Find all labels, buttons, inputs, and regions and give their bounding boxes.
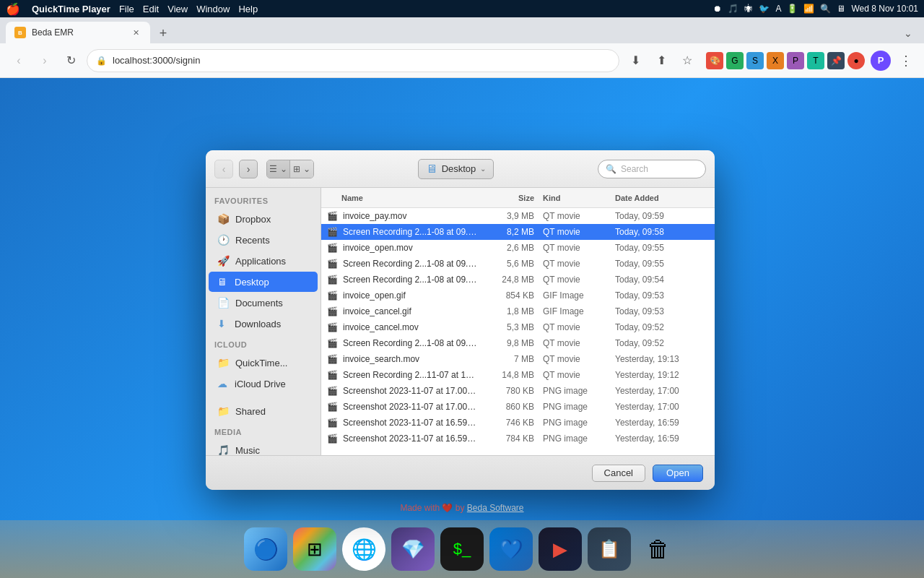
extension-icon1: 🕷 <box>744 4 753 14</box>
menubar-window[interactable]: Window <box>196 4 230 14</box>
file-row[interactable]: 🎬 invoice_open.mov 2,6 MB QT movie Today… <box>321 240 715 256</box>
dialog-file-list[interactable]: Name Size Kind Date Added 🎬 invoice_pay.… <box>321 188 715 455</box>
page-background: password Log in Made with ❤️ by Beda Sof… <box>0 78 924 578</box>
file-row[interactable]: 🎬 Screenshot 2023-11-07 at 17.00.28 780 … <box>321 383 715 399</box>
dock-item-quicktime[interactable]: ▶ <box>539 527 582 571</box>
address-input[interactable]: 🔒 localhost:3000/signin <box>87 49 619 72</box>
forward-button[interactable]: › <box>35 51 55 71</box>
menubar-edit[interactable]: Edit <box>143 4 159 14</box>
file-row[interactable]: 🎬 invoice_cancel.gif 1,8 MB GIF Image To… <box>321 303 715 319</box>
ext-icon-2[interactable]: G <box>726 52 744 69</box>
menubar-help[interactable]: Help <box>238 4 258 14</box>
dock-item-trash[interactable]: 🗑 <box>637 527 680 571</box>
sidebar-item-recents[interactable]: 🕐 Recents <box>209 230 318 250</box>
lock-icon: 🔒 <box>96 56 107 66</box>
search-placeholder: Search <box>621 164 648 174</box>
control-center-icon[interactable]: 🖥 <box>837 4 845 14</box>
location-chevron-icon: ⌄ <box>480 165 486 173</box>
ext-icon-8[interactable]: ● <box>847 52 865 69</box>
dock-item-launchpad[interactable]: ⊞ <box>293 527 336 571</box>
dialog-back-button[interactable]: ‹ <box>214 160 233 178</box>
chrome-icon: 🌐 <box>352 538 377 561</box>
sidebar-item-icloud-drive[interactable]: ☁ iCloud Drive <box>209 374 318 394</box>
dialog-forward-button[interactable]: › <box>239 160 258 178</box>
ext-icon-7[interactable]: 📌 <box>827 52 845 69</box>
ext-icon-3[interactable]: S <box>746 52 764 69</box>
dock-item-vscode[interactable]: 💙 <box>489 527 533 571</box>
file-row[interactable]: 🎬 Screen Recording 2...1-08 at 09.55.28.… <box>321 256 715 272</box>
share-button[interactable]: ⬆ <box>651 51 671 71</box>
company-link[interactable]: Beda Software <box>467 503 524 513</box>
ext-icon-1[interactable]: 🎨 <box>706 52 723 69</box>
bookmark-button[interactable]: ☆ <box>677 51 697 71</box>
file-row[interactable]: 🎬 Screenshot 2023-11-07 at 16.59.28 784 … <box>321 431 715 447</box>
sidebar-item-desktop[interactable]: 🖥 Desktop <box>209 272 318 292</box>
file-name: Screen Recording 2...1-08 at 09.51.55.mo… <box>343 338 478 348</box>
sidebar-item-documents[interactable]: 📄 Documents <box>209 293 318 313</box>
file-row[interactable]: 🎬 invoice_pay.mov 3,9 MB QT movie Today,… <box>321 208 715 224</box>
new-tab-button[interactable]: + <box>153 23 173 43</box>
file-size: 746 KB <box>478 418 543 428</box>
sidebar-item-downloads[interactable]: ⬇ Downloads <box>209 314 318 334</box>
menubar-app-name[interactable]: QuickTime Player <box>32 4 110 14</box>
datetime: Wed 8 Nov 10:01 <box>851 4 918 14</box>
vscode-icon: 💙 <box>500 538 523 561</box>
back-button[interactable]: ‹ <box>9 51 29 71</box>
tab-close-button[interactable]: ✕ <box>130 27 141 38</box>
dock-item-chrome[interactable]: 🌐 <box>342 527 385 571</box>
spotlight-icon[interactable]: 🔍 <box>820 4 831 14</box>
menubar-view[interactable]: View <box>167 4 188 14</box>
ext-icon-6[interactable]: T <box>807 52 824 69</box>
sidebar-item-music[interactable]: 🎵 Music <box>209 440 318 455</box>
dock-item-tasklog[interactable]: 📋 <box>588 527 631 571</box>
dock-item-obsidian[interactable]: 💎 <box>391 527 435 571</box>
file-row[interactable]: 🎬 invoice_open.gif 854 KB GIF Image Toda… <box>321 288 715 303</box>
open-button[interactable]: Open <box>653 465 703 482</box>
file-row[interactable]: 🎬 Screen Recording 2...1-08 at 09.51.55.… <box>321 335 715 351</box>
sidebar-label-documents: Documents <box>235 298 283 309</box>
file-kind: QT movie <box>543 370 615 380</box>
ext-icon-5[interactable]: P <box>787 52 804 69</box>
file-size: 8,2 MB <box>478 227 543 237</box>
media-label: Media <box>206 428 321 439</box>
address-text: localhost:3000/signin <box>113 55 610 66</box>
downloads-icon: ⬇ <box>217 318 229 329</box>
file-row[interactable]: 🎬 Screen Recording 2...11-07 at 19.12.32… <box>321 367 715 383</box>
refresh-button[interactable]: ↻ <box>61 51 81 71</box>
profile-button[interactable]: P <box>871 51 891 71</box>
file-size: 7 MB <box>478 354 543 364</box>
file-type-icon: 🎬 <box>327 211 339 221</box>
menubar-file[interactable]: File <box>119 4 134 14</box>
dock-item-terminal[interactable]: $_ <box>440 527 484 571</box>
tab-title: Beda EMR <box>32 27 124 38</box>
tab-menu-button[interactable]: ⌄ <box>898 23 918 43</box>
record-icon: ⏺ <box>713 4 722 14</box>
dock-item-finder[interactable]: 🔵 <box>244 527 287 571</box>
file-open-dialog: ‹ › ☰ ⌄ ⊞ ⌄ 🖥 Desktop ⌄ 🔍 Search <box>206 150 715 490</box>
file-type-icon: 🎬 <box>327 386 339 396</box>
ext-icon-4[interactable]: X <box>767 52 784 69</box>
location-button[interactable]: 🖥 Desktop ⌄ <box>418 159 494 179</box>
file-kind: PNG image <box>543 434 615 444</box>
cancel-button[interactable]: Cancel <box>592 465 645 482</box>
sidebar-item-shared[interactable]: 📁 Shared <box>209 401 318 421</box>
download-button[interactable]: ⬇ <box>625 51 645 71</box>
file-row[interactable]: 🎬 Screenshot 2023-11-07 at 16.59.50 746 … <box>321 415 715 431</box>
grid-view-button[interactable]: ⊞ ⌄ <box>290 160 313 178</box>
file-row[interactable]: 🎬 Screenshot 2023-11-07 at 17.00.09 860 … <box>321 399 715 415</box>
list-view-button[interactable]: ☰ ⌄ <box>267 160 290 178</box>
file-row[interactable]: 🎬 Screen Recording 2...1-08 at 09.54.39.… <box>321 272 715 288</box>
file-row[interactable]: 🎬 invoice_search.mov 7 MB QT movie Yeste… <box>321 351 715 367</box>
file-type-icon: 🎬 <box>327 418 339 428</box>
file-size: 2,6 MB <box>478 243 543 253</box>
browser-menu-button[interactable]: ⋮ <box>897 50 915 72</box>
sidebar-item-quicktime[interactable]: 📁 QuickTime... <box>209 353 318 373</box>
browser-tab[interactable]: B Beda EMR ✕ <box>6 22 150 43</box>
file-row[interactable]: 🎬 invoice_cancel.mov 5,3 MB QT movie Tod… <box>321 319 715 335</box>
sidebar-item-dropbox[interactable]: 📦 Dropbox <box>209 209 318 229</box>
file-date: Today, 09:55 <box>615 259 709 269</box>
search-box[interactable]: 🔍 Search <box>598 160 706 178</box>
apple-menu[interactable]: 🍎 <box>6 2 20 16</box>
sidebar-item-applications[interactable]: 🚀 Applications <box>209 251 318 271</box>
file-row[interactable]: 🎬 Screen Recording 2...1-08 at 09.58.40.… <box>321 224 715 240</box>
